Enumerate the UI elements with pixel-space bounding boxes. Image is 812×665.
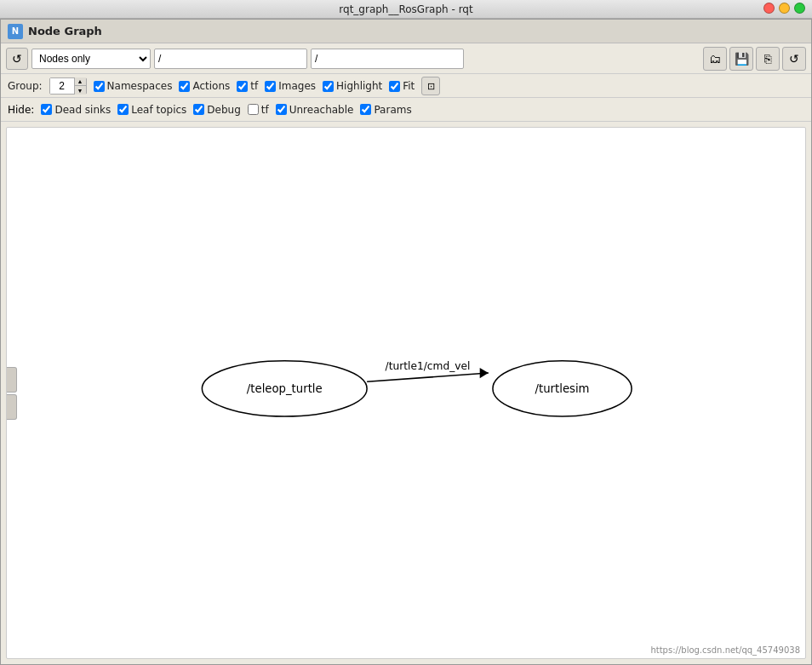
images-label: Images (278, 80, 316, 92)
save-icon: 💾 (735, 52, 749, 66)
save-button[interactable]: 💾 (729, 47, 753, 71)
main-window: N Node Graph ↺ Nodes only Nodes/Topics (… (0, 19, 812, 665)
fit-icon: ⊡ (427, 81, 435, 92)
hide-row: Hide: Dead sinks Leaf topics Debug tf Un… (1, 98, 811, 122)
fit-option[interactable]: Fit (389, 80, 415, 92)
filter2-input[interactable] (311, 49, 464, 69)
export-icon: ⎘ (764, 52, 771, 66)
actions-checkbox[interactable] (179, 81, 190, 92)
plugin-title-bar: N Node Graph (1, 20, 811, 43)
tf-checkbox[interactable] (237, 81, 248, 92)
spin-up-button[interactable]: ▲ (74, 77, 86, 86)
hide-tf-label: tf (261, 104, 269, 116)
actions-label: Actions (192, 80, 230, 92)
refresh2-button[interactable]: ↺ (782, 47, 806, 71)
fit-label: Fit (403, 80, 415, 92)
plugin-title: Node Graph (28, 25, 102, 37)
unreachable-option[interactable]: Unreachable (276, 104, 354, 116)
node-turtlesim-label: /turtlesim (535, 382, 590, 395)
actions-option[interactable]: Actions (179, 80, 230, 92)
export-button[interactable]: ⎘ (756, 47, 780, 71)
plugin-icon: N (8, 24, 23, 39)
highlight-checkbox[interactable] (323, 81, 334, 92)
debug-option[interactable]: Debug (193, 104, 240, 116)
unreachable-checkbox[interactable] (276, 104, 287, 115)
window-controls (763, 3, 805, 14)
folder-button[interactable]: 🗂 (703, 47, 727, 71)
params-label: Params (374, 104, 411, 116)
refresh2-icon: ↺ (789, 52, 799, 66)
graph-type-dropdown[interactable]: Nodes only Nodes/Topics (all) Nodes/Topi… (31, 49, 151, 69)
fit-checkbox[interactable] (389, 81, 400, 92)
spin-down-button[interactable]: ▼ (74, 86, 86, 95)
refresh-icon: ↺ (12, 52, 22, 66)
fit-icon-button[interactable]: ⊡ (421, 77, 440, 95)
group-value-input[interactable] (50, 78, 74, 94)
edge-label: /turtle1/cmd_vel (386, 360, 471, 372)
group-label: Group: (8, 80, 43, 92)
refresh-button[interactable]: ↺ (6, 48, 28, 70)
namespaces-option[interactable]: Namespaces (94, 80, 173, 92)
hide-label: Hide: (8, 104, 34, 116)
tf-label: tf (250, 80, 258, 92)
dead-sinks-option[interactable]: Dead sinks (41, 104, 111, 116)
debug-label: Debug (207, 104, 240, 116)
dead-sinks-label: Dead sinks (54, 104, 111, 116)
minimize-button[interactable] (779, 3, 790, 14)
params-option[interactable]: Params (360, 104, 411, 116)
edge-arrowhead (480, 368, 489, 378)
images-checkbox[interactable] (265, 81, 276, 92)
leaf-topics-checkbox[interactable] (117, 104, 129, 115)
edge-line (367, 373, 489, 381)
toolbar-row: ↺ Nodes only Nodes/Topics (all) Nodes/To… (1, 43, 811, 74)
highlight-option[interactable]: Highlight (323, 80, 382, 92)
watermark: https://blog.csdn.net/qq_45749038 (650, 645, 800, 655)
unreachable-label: Unreachable (289, 104, 354, 116)
group-spinbox: ▲ ▼ (49, 77, 87, 95)
close-button[interactable] (763, 3, 775, 14)
spinbox-buttons: ▲ ▼ (74, 77, 86, 95)
tf-option[interactable]: tf (237, 80, 258, 92)
hide-tf-checkbox[interactable] (248, 104, 259, 115)
node-teleop-turtle-label: /teleop_turtle (247, 382, 323, 395)
options-row: Group: ▲ ▼ Namespaces Actions tf Images … (1, 74, 811, 98)
params-checkbox[interactable] (360, 104, 371, 115)
namespaces-checkbox[interactable] (94, 81, 105, 92)
dead-sinks-checkbox[interactable] (41, 104, 52, 115)
folder-icon: 🗂 (709, 52, 721, 66)
graph-area[interactable]: /teleop_turtle /turtle1/cmd_vel /turtles… (6, 127, 806, 659)
maximize-button[interactable] (794, 3, 805, 14)
filter1-input[interactable] (154, 49, 307, 69)
hide-tf-option[interactable]: tf (248, 104, 269, 116)
title-bar: rqt_graph__RosGraph - rqt (0, 0, 812, 19)
window-title: rqt_graph__RosGraph - rqt (339, 3, 472, 15)
leaf-topics-label: Leaf topics (131, 104, 186, 116)
debug-checkbox[interactable] (193, 104, 204, 115)
graph-svg: /teleop_turtle /turtle1/cmd_vel /turtles… (7, 128, 805, 658)
highlight-label: Highlight (336, 80, 382, 92)
namespaces-label: Namespaces (107, 80, 173, 92)
leaf-topics-option[interactable]: Leaf topics (117, 104, 186, 116)
images-option[interactable]: Images (265, 80, 316, 92)
toolbar-right: 🗂 💾 ⎘ ↺ (703, 47, 806, 71)
